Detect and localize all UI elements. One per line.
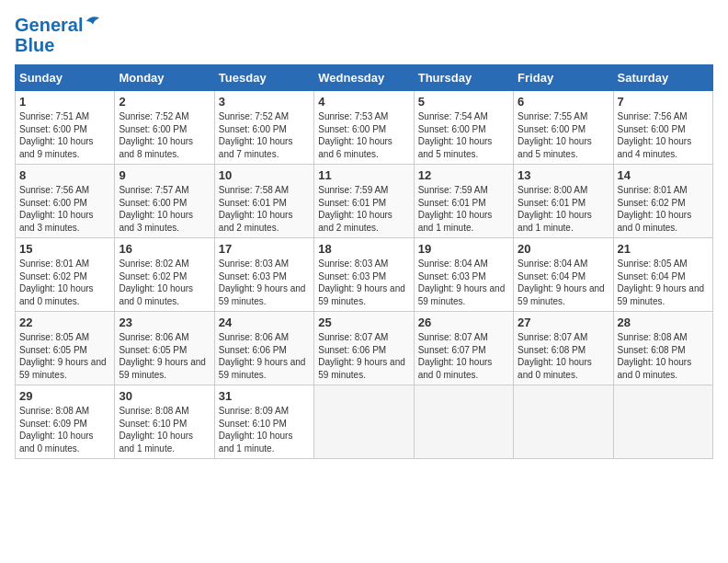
day-number: 22 [19,316,110,329]
day-number: 6 [518,95,609,109]
day-number: 18 [318,242,409,256]
day-info: Sunrise: 8:01 AM Sunset: 6:02 PM Dayligh… [19,258,110,307]
day-info: Sunrise: 8:01 AM Sunset: 6:02 PM Dayligh… [618,184,709,234]
day-info: Sunrise: 8:04 AM Sunset: 6:03 PM Dayligh… [418,258,509,307]
calendar-cell: 4 Sunrise: 7:53 AM Sunset: 6:00 PM Dayli… [314,91,414,165]
calendar-cell: 3 Sunrise: 7:52 AM Sunset: 6:00 PM Dayli… [214,91,313,165]
weekday-header-row: SundayMondayTuesdayWednesdayThursdayFrid… [16,65,713,91]
day-info: Sunrise: 7:59 AM Sunset: 6:01 PM Dayligh… [418,184,509,234]
week-row-3: 15 Sunrise: 8:01 AM Sunset: 6:02 PM Dayl… [16,238,713,312]
day-info: Sunrise: 8:03 AM Sunset: 6:03 PM Dayligh… [318,258,409,307]
calendar-cell: 20 Sunrise: 8:04 AM Sunset: 6:04 PM Dayl… [514,238,613,312]
day-info: Sunrise: 8:00 AM Sunset: 6:01 PM Dayligh… [518,184,609,234]
day-number: 5 [418,95,509,109]
day-number: 10 [219,168,310,182]
weekday-sunday: Sunday [16,65,115,91]
calendar-cell: 25 Sunrise: 8:07 AM Sunset: 6:06 PM Dayl… [314,312,414,385]
calendar-cell: 9 Sunrise: 7:57 AM Sunset: 6:00 PM Dayli… [115,165,214,238]
calendar-cell: 21 Sunrise: 8:05 AM Sunset: 6:04 PM Dayl… [613,238,712,312]
day-info: Sunrise: 8:03 AM Sunset: 6:03 PM Dayligh… [219,258,310,307]
day-number: 13 [518,168,609,182]
day-info: Sunrise: 8:06 AM Sunset: 6:05 PM Dayligh… [119,331,210,381]
calendar-cell: 11 Sunrise: 7:59 AM Sunset: 6:01 PM Dayl… [314,165,414,238]
day-number: 1 [19,95,110,109]
weekday-monday: Monday [115,65,214,91]
calendar-cell: 5 Sunrise: 7:54 AM Sunset: 6:00 PM Dayli… [414,91,513,165]
calendar-cell: 15 Sunrise: 8:01 AM Sunset: 6:02 PM Dayl… [16,238,115,312]
calendar-cell: 7 Sunrise: 7:56 AM Sunset: 6:00 PM Dayli… [613,91,712,165]
day-info: Sunrise: 7:55 AM Sunset: 6:00 PM Dayligh… [518,110,609,160]
day-number: 27 [518,316,609,329]
day-info: Sunrise: 7:59 AM Sunset: 6:01 PM Dayligh… [318,184,409,234]
day-number: 20 [518,242,609,256]
day-info: Sunrise: 7:56 AM Sunset: 6:00 PM Dayligh… [19,184,110,234]
calendar-cell: 26 Sunrise: 8:07 AM Sunset: 6:07 PM Dayl… [414,312,513,385]
calendar-cell [414,385,513,459]
logo: General Blue [15,15,101,55]
day-number: 30 [119,389,210,403]
day-info: Sunrise: 8:07 AM Sunset: 6:08 PM Dayligh… [518,331,609,381]
day-number: 25 [318,316,409,329]
calendar-cell: 2 Sunrise: 7:52 AM Sunset: 6:00 PM Dayli… [115,91,214,165]
calendar-cell: 23 Sunrise: 8:06 AM Sunset: 6:05 PM Dayl… [115,312,214,385]
day-number: 2 [119,95,210,109]
day-info: Sunrise: 8:02 AM Sunset: 6:02 PM Dayligh… [119,258,210,307]
week-row-5: 29 Sunrise: 8:08 AM Sunset: 6:09 PM Dayl… [16,385,713,459]
day-number: 12 [418,168,509,182]
day-info: Sunrise: 7:53 AM Sunset: 6:00 PM Dayligh… [318,110,409,160]
calendar-cell: 10 Sunrise: 7:58 AM Sunset: 6:01 PM Dayl… [214,165,313,238]
calendar-cell: 18 Sunrise: 8:03 AM Sunset: 6:03 PM Dayl… [314,238,414,312]
day-info: Sunrise: 7:51 AM Sunset: 6:00 PM Dayligh… [19,110,110,160]
day-info: Sunrise: 7:52 AM Sunset: 6:00 PM Dayligh… [119,110,210,160]
day-info: Sunrise: 8:08 AM Sunset: 6:10 PM Dayligh… [119,405,210,454]
day-number: 21 [618,242,709,256]
day-number: 23 [119,316,210,329]
week-row-4: 22 Sunrise: 8:05 AM Sunset: 6:05 PM Dayl… [16,312,713,385]
weekday-saturday: Saturday [613,65,712,91]
day-info: Sunrise: 8:08 AM Sunset: 6:08 PM Dayligh… [618,331,709,381]
day-number: 19 [418,242,509,256]
calendar-table: SundayMondayTuesdayWednesdayThursdayFrid… [15,64,713,459]
day-info: Sunrise: 8:04 AM Sunset: 6:04 PM Dayligh… [518,258,609,307]
day-number: 11 [318,168,409,182]
day-number: 14 [618,168,709,182]
day-number: 29 [19,389,110,403]
day-number: 26 [418,316,509,329]
weekday-friday: Friday [514,65,613,91]
calendar-cell: 29 Sunrise: 8:08 AM Sunset: 6:09 PM Dayl… [16,385,115,459]
calendar-cell: 19 Sunrise: 8:04 AM Sunset: 6:03 PM Dayl… [414,238,513,312]
day-number: 9 [119,168,210,182]
weekday-thursday: Thursday [414,65,513,91]
day-info: Sunrise: 7:56 AM Sunset: 6:00 PM Dayligh… [618,110,709,160]
calendar-cell [613,385,712,459]
calendar-cell: 30 Sunrise: 8:08 AM Sunset: 6:10 PM Dayl… [115,385,214,459]
header: General Blue [15,15,713,55]
week-row-1: 1 Sunrise: 7:51 AM Sunset: 6:00 PM Dayli… [16,91,713,165]
day-info: Sunrise: 7:57 AM Sunset: 6:00 PM Dayligh… [119,184,210,234]
day-info: Sunrise: 7:58 AM Sunset: 6:01 PM Dayligh… [219,184,310,234]
day-number: 15 [19,242,110,256]
day-info: Sunrise: 7:52 AM Sunset: 6:00 PM Dayligh… [219,110,310,160]
day-number: 28 [618,316,709,329]
calendar-cell: 27 Sunrise: 8:07 AM Sunset: 6:08 PM Dayl… [514,312,613,385]
day-number: 17 [219,242,310,256]
weekday-wednesday: Wednesday [314,65,414,91]
day-number: 3 [219,95,310,109]
day-info: Sunrise: 8:07 AM Sunset: 6:06 PM Dayligh… [318,331,409,381]
calendar-cell [314,385,414,459]
calendar-cell: 1 Sunrise: 7:51 AM Sunset: 6:00 PM Dayli… [16,91,115,165]
day-number: 31 [219,389,310,403]
day-info: Sunrise: 8:05 AM Sunset: 6:05 PM Dayligh… [19,331,110,381]
calendar-cell: 16 Sunrise: 8:02 AM Sunset: 6:02 PM Dayl… [115,238,214,312]
day-info: Sunrise: 8:05 AM Sunset: 6:04 PM Dayligh… [618,258,709,307]
day-number: 24 [219,316,310,329]
calendar-cell: 14 Sunrise: 8:01 AM Sunset: 6:02 PM Dayl… [613,165,712,238]
calendar-body: 1 Sunrise: 7:51 AM Sunset: 6:00 PM Dayli… [16,91,713,459]
day-info: Sunrise: 8:06 AM Sunset: 6:06 PM Dayligh… [219,331,310,381]
calendar-cell: 31 Sunrise: 8:09 AM Sunset: 6:10 PM Dayl… [214,385,313,459]
calendar-cell [514,385,613,459]
calendar-cell: 6 Sunrise: 7:55 AM Sunset: 6:00 PM Dayli… [514,91,613,165]
week-row-2: 8 Sunrise: 7:56 AM Sunset: 6:00 PM Dayli… [16,165,713,238]
day-info: Sunrise: 7:54 AM Sunset: 6:00 PM Dayligh… [418,110,509,160]
day-number: 8 [19,168,110,182]
